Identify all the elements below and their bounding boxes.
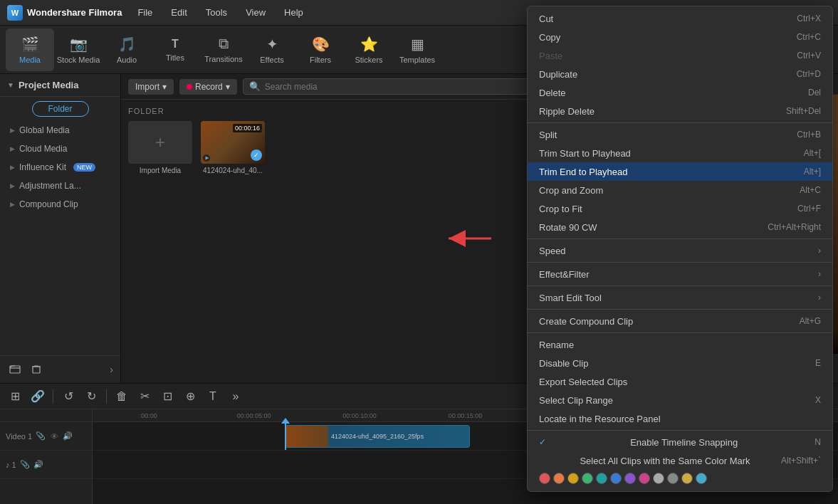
clip-label: 4124024-uhd_4095_2160_25fps [328,433,426,440]
ctx-trim-start[interactable]: Trim Start to Playhead Alt+[ [528,144,832,162]
media-grid: + Import Media 00:00:16 ✓ 4124024-uhd_40… [128,121,589,174]
ctx-split[interactable]: Split Ctrl+B [528,125,832,144]
import-media-card[interactable]: + Import Media [128,121,192,174]
track-link-icon-audio[interactable]: 📎 [19,459,31,471]
ruler-mark-3: 00:00:15:00 [412,412,518,419]
swatch-lightgray[interactable] [653,473,664,484]
ctx-ripple-delete[interactable]: Ripple Delete Shift+Del [528,102,832,120]
panel-collapse-right[interactable]: › [110,364,113,375]
audio-split-button[interactable]: ⊕ [181,387,199,406]
tab-media[interactable]: 🎬 Media [6,28,54,71]
new-folder-button[interactable] [7,362,23,377]
sidebar-item-influence-kit[interactable]: ▶ Influence Kit NEW [0,158,120,177]
ctx-cut[interactable]: Cut Ctrl+X [528,9,832,28]
ctx-rename-label: Rename [539,340,574,350]
swatch-green[interactable] [582,473,593,484]
swatch-gray[interactable] [667,473,679,484]
swatch-pink[interactable] [639,473,650,484]
crop-button[interactable]: ⊡ [158,387,177,406]
import-dropdown-icon[interactable]: ▾ [162,82,167,92]
more-tl-button[interactable]: » [226,387,245,406]
redo-button[interactable]: ↻ [82,387,100,406]
sidebar-item-global-media[interactable]: ▶ Global Media [0,121,120,140]
ctx-trim-end[interactable]: Trim End to Playhead Alt+] [528,162,832,181]
ctx-sep-7 [528,430,832,431]
menu-view[interactable]: View [243,6,268,19]
ctx-rename[interactable]: Rename [528,335,832,354]
ctx-copy[interactable]: Copy Ctrl+C [528,28,832,46]
delete-button[interactable]: 🗑 [112,387,131,406]
tab-stock-media[interactable]: 📷 Stock Media [54,28,103,71]
track-audio-icon[interactable]: 🔊 [62,431,73,442]
link-button[interactable]: 🔗 [28,387,47,406]
tab-filters[interactable]: 🎨 Filters [296,28,345,71]
menu-file[interactable]: File [135,6,155,19]
ctx-smart-edit[interactable]: Smart Edit Tool › [528,288,832,307]
ctx-sep-1 [528,122,832,123]
menu-edit[interactable]: Edit [168,6,189,19]
menu-tools[interactable]: Tools [203,6,230,19]
tab-effects[interactable]: ✦ Effects [248,28,296,71]
app-name: Wondershare Filmora [27,7,122,18]
sidebar-item-compound-clip[interactable]: ▶ Compound Clip [0,195,120,214]
swatch-gold[interactable] [567,473,579,484]
tab-transitions[interactable]: ⧉ Transitions [199,28,248,71]
tab-audio[interactable]: 🎵 Audio [103,28,151,71]
ctx-locate-resource[interactable]: Locate in the Resource Panel [528,409,832,428]
folder-button[interactable]: Folder [32,101,89,117]
menu-help[interactable]: Help [281,6,306,19]
ctx-smart-edit-label: Smart Edit Tool [539,293,602,303]
tab-titles[interactable]: T Titles [151,28,199,71]
track-link-icon[interactable]: 📎 [35,431,46,442]
delete-folder-button[interactable] [28,362,44,377]
track-eye-icon[interactable]: 👁 [48,431,60,442]
ctx-duplicate[interactable]: Duplicate Ctrl+D [528,65,832,83]
search-box: 🔍 [243,78,557,95]
text-button[interactable]: T [204,387,222,406]
collapse-icon[interactable]: ▼ [7,81,14,89]
swatch-cyan[interactable] [696,473,707,484]
sidebar-item-cloud-media[interactable]: ▶ Cloud Media [0,140,120,158]
ctx-compound-clip[interactable]: Create Compound Clip Alt+G [528,312,832,330]
video-media-card[interactable]: 00:00:16 ✓ 4124024-uhd_40... [201,121,265,174]
ctx-delete[interactable]: Delete Del [528,83,832,102]
thumb-check-icon: ✓ [251,149,262,161]
ctx-select-color-mark[interactable]: Select All Clips with the Same Color Mar… [528,451,832,470]
search-input[interactable] [265,82,550,92]
video-clip[interactable]: 4124024-uhd_4095_2160_25fps [285,425,470,448]
tl-separator [53,389,53,404]
tab-effects-label: Effects [260,56,283,64]
ctx-effect-filter[interactable]: Effect&Filter › [528,265,832,283]
ctx-export-clips[interactable]: Export Selected Clips [528,372,832,391]
ctx-crop-zoom[interactable]: Crop and Zoom Alt+C [528,181,832,199]
ctx-trim-start-label: Trim Start to Playhead [539,148,631,159]
import-label: Import [135,82,159,92]
playhead[interactable] [285,422,286,450]
snap-button[interactable]: ⊞ [6,387,24,406]
undo-button[interactable]: ↺ [59,387,78,406]
swatch-teal[interactable] [596,473,607,484]
record-dropdown-icon: ▾ [226,82,230,92]
ctx-rotate[interactable]: Rotate 90 CW Ctrl+Alt+Right [528,218,832,236]
swatch-red[interactable] [539,473,550,484]
ctx-snapping[interactable]: ✓ Enable Timeline Snapping N [528,433,832,451]
record-button[interactable]: Record ▾ [179,79,237,95]
swatch-blue[interactable] [610,473,622,484]
tab-templates[interactable]: ▦ Templates [393,28,441,71]
track-audio-volume-icon[interactable]: 🔊 [33,459,44,471]
swatch-purple[interactable] [624,473,636,484]
arrow-icon: ▶ [10,145,15,152]
swatch-orange[interactable] [553,473,565,484]
arrow-icon: ▶ [10,127,15,134]
sidebar-item-adjustment[interactable]: ▶ Adjustment La... [0,177,120,195]
ctx-speed[interactable]: Speed › [528,241,832,260]
swatch-yellow[interactable] [681,473,693,484]
media-icon: 🎬 [21,36,39,53]
tab-stickers[interactable]: ⭐ Stickers [345,28,393,71]
import-button[interactable]: Import ▾ [128,79,174,95]
ctx-disable-clip[interactable]: Disable Clip E [528,354,832,372]
svg-rect-0 [10,366,20,373]
ctx-crop-fit[interactable]: Crop to Fit Ctrl+F [528,199,832,218]
ctx-select-range[interactable]: Select Clip Range X [528,391,832,409]
scissors-button[interactable]: ✂ [135,387,154,406]
